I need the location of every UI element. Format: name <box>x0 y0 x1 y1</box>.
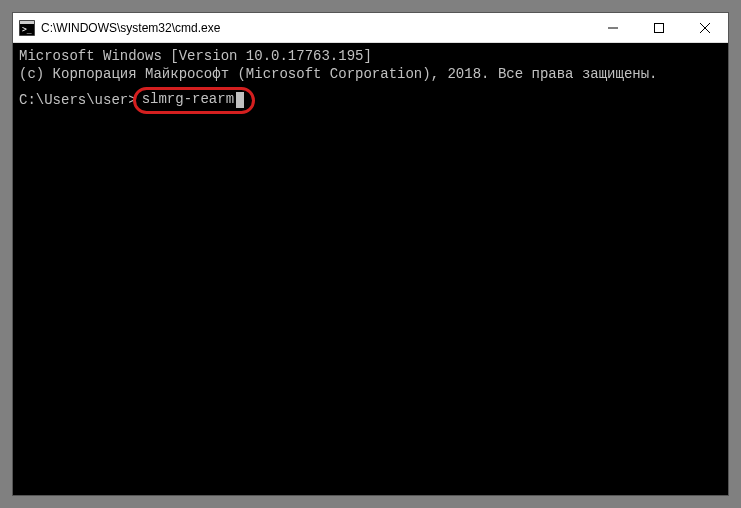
maximize-button[interactable] <box>636 13 682 42</box>
copyright-line: (c) Корпорация Майкрософт (Microsoft Cor… <box>19 65 722 83</box>
window-title: C:\WINDOWS\system32\cmd.exe <box>41 21 590 35</box>
close-button[interactable] <box>682 13 728 42</box>
typed-command: slmrg-rearm <box>142 91 234 107</box>
cmd-window: >_ C:\WINDOWS\system32\cmd.exe Microsoft… <box>12 12 729 496</box>
terminal-body[interactable]: Microsoft Windows [Version 10.0.17763.19… <box>13 43 728 495</box>
titlebar[interactable]: >_ C:\WINDOWS\system32\cmd.exe <box>13 13 728 43</box>
cmd-icon: >_ <box>19 20 35 36</box>
version-line: Microsoft Windows [Version 10.0.17763.19… <box>19 47 722 65</box>
cursor-icon <box>236 92 244 108</box>
svg-rect-1 <box>20 21 34 24</box>
prompt-line: C:\Users\user>slmrg-rearm <box>19 87 722 113</box>
minimize-button[interactable] <box>590 13 636 42</box>
command-highlight: slmrg-rearm <box>133 87 255 113</box>
prompt-path: C:\Users\user> <box>19 91 137 109</box>
svg-text:>_: >_ <box>22 25 32 34</box>
window-controls <box>590 13 728 42</box>
svg-rect-4 <box>655 23 664 32</box>
